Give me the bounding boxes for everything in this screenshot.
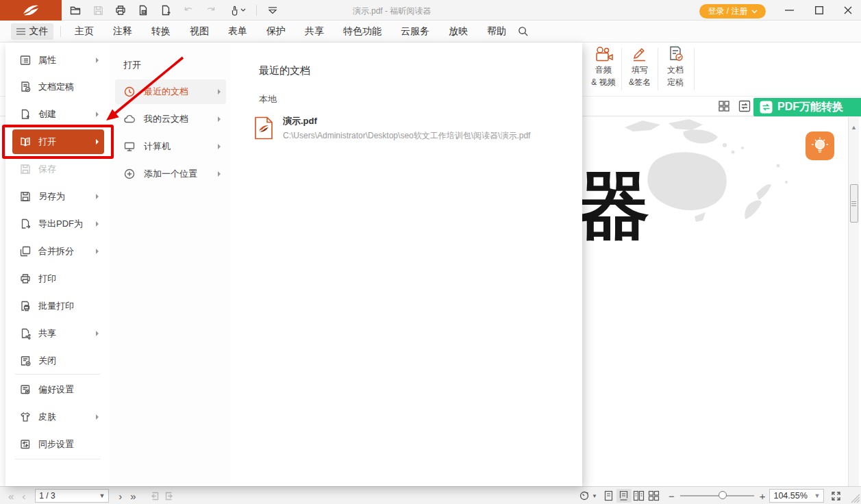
facing-continuous-mode-icon[interactable] [647,489,662,503]
zoom-level-input[interactable]: 104.55% ▼ [769,489,824,503]
open-item-label: 我的云文档 [144,113,188,125]
resize-grip[interactable] [851,494,860,503]
menu-item-label: 导出PDF为 [38,218,83,230]
hand-tool-icon[interactable] [227,3,247,17]
menu-item-batch-print[interactable]: 批量打印 [12,294,104,318]
minimize-button[interactable] [777,0,801,21]
tab-slideshow[interactable]: 放映 [449,25,468,38]
next-view-button[interactable] [162,489,177,503]
rotate-view-icon[interactable] [577,489,592,503]
facing-mode-icon[interactable] [632,489,647,503]
print-icon[interactable] [114,3,127,17]
file-menu-label: 文件 [29,25,49,38]
file-menu-button[interactable]: 文件 [11,23,53,40]
tab-share[interactable]: 共享 [305,25,324,38]
last-page-button[interactable]: » [126,490,140,502]
menu-item-share[interactable]: 共享 [12,322,104,345]
open-item-label: 添加一个位置 [144,168,197,180]
open-item-recent-documents[interactable]: 最近的文档 [115,79,226,104]
open-item-add-location[interactable]: 添加一个位置 [115,162,226,186]
login-button[interactable]: 登录 / 注册 [699,4,766,18]
clock-icon [123,86,136,98]
menu-item-close[interactable]: 关闭 [12,349,104,373]
tab-features[interactable]: 特色功能 [343,25,382,38]
tips-bulb-button[interactable] [806,131,834,160]
menu-item-label: 创建 [38,108,56,121]
tab-convert[interactable]: 转换 [151,25,171,38]
tab-home[interactable]: 主页 [75,25,94,38]
pdf-convert-button[interactable]: PDF万能转换 [753,98,861,116]
grid-view-icon[interactable] [718,100,730,112]
next-page-button[interactable]: › [114,490,126,502]
pdf-file-icon [254,116,273,140]
menu-item-export-pdf[interactable]: 导出PDF为 [12,212,104,236]
single-page-mode-icon[interactable] [601,489,616,503]
doc-finalize-label-1: 文档 [667,65,684,75]
close-button[interactable] [836,0,860,21]
doc-finalize-button[interactable]: 文档 定稿 [645,45,706,94]
redo-icon[interactable] [204,3,218,17]
menu-item-skin[interactable]: 皮肤 [12,405,104,429]
convert-arrows-icon [760,101,773,114]
previous-view-button[interactable] [147,489,162,503]
menu-item-doc-finalize[interactable]: 文档定稿 [12,75,104,99]
maximize-button[interactable] [808,0,831,21]
open-folder-icon[interactable] [68,3,82,17]
open-item-cloud-documents[interactable]: 我的云文档 [115,107,226,131]
tab-form[interactable]: 表单 [228,25,247,38]
swap-page-icon[interactable] [738,99,751,113]
menu-item-merge-split[interactable]: 合并拆分 [12,240,104,263]
page-number-input[interactable]: 1 / 3 ▼ [35,489,109,503]
tab-protect[interactable]: 保护 [266,25,286,38]
menu-item-label: 属性 [38,54,56,66]
ribbon-separator [694,48,695,90]
page-dropdown-icon[interactable]: ▼ [99,492,105,499]
zoom-slider-thumb[interactable] [719,491,727,499]
undo-icon[interactable] [182,3,195,17]
tab-comment[interactable]: 注释 [113,25,132,38]
prev-page-button[interactable]: ‹ [18,490,29,502]
open-item-computer[interactable]: 计算机 [115,134,226,159]
print-page-icon[interactable] [136,3,150,17]
recent-file-row[interactable]: 演示.pdf C:\Users\Administrator\Desktop\se… [254,112,562,144]
zoom-out-button[interactable]: − [669,490,675,502]
titlebar: 演示.pdf - 福昕阅读器 登录 / 注册 [0,0,861,21]
menu-item-sync-settings[interactable]: 同步设置 [12,433,104,456]
export-document-icon [19,218,32,230]
merge-split-icon [19,245,32,257]
vertical-scrollbar[interactable]: ▲ [848,117,859,486]
doc-finalize-label-2: 定稿 [667,77,684,88]
app-logo-button[interactable] [0,0,62,21]
menu-item-create[interactable]: 创建 [12,103,104,126]
tab-cloud[interactable]: 云服务 [401,25,429,38]
first-page-button[interactable]: « [4,490,18,502]
menu-item-print[interactable]: 打印 [12,267,104,290]
customize-toolbar-icon[interactable] [266,3,279,17]
zoom-in-button[interactable]: + [760,490,766,502]
menu-item-save[interactable]: 保存 [12,158,104,181]
save-icon[interactable] [91,3,105,17]
new-document-icon[interactable] [159,3,173,17]
page-navigation: « ‹ 1 / 3 ▼ › » [4,487,177,504]
menu-item-save-as[interactable]: 另存为 [12,185,104,208]
menu-item-properties[interactable]: 属性 [12,49,104,72]
fullscreen-icon[interactable] [828,489,843,503]
preferences-icon [19,383,32,396]
menu-item-preferences[interactable]: 偏好设置 [12,378,104,401]
scrollbar-thumb[interactable] [850,184,858,223]
menu-divider [15,459,100,459]
zoom-dropdown-icon[interactable]: ▼ [814,492,821,499]
document-plus-icon [19,108,32,121]
menu-item-label: 同步设置 [38,438,74,451]
zoom-slider[interactable] [680,495,754,496]
scroll-up-arrow[interactable]: ▲ [851,124,857,131]
tab-view[interactable]: 视图 [190,25,209,38]
hamburger-icon [16,28,25,35]
continuous-mode-icon[interactable] [616,489,632,503]
search-icon[interactable] [517,25,529,37]
rotate-dropdown-icon[interactable]: ▼ [592,493,597,499]
menu-item-open[interactable]: 打开 [12,129,104,154]
tab-help[interactable]: 帮助 [487,25,506,38]
save-as-icon [19,190,32,203]
menu-item-label: 打印 [38,273,56,285]
